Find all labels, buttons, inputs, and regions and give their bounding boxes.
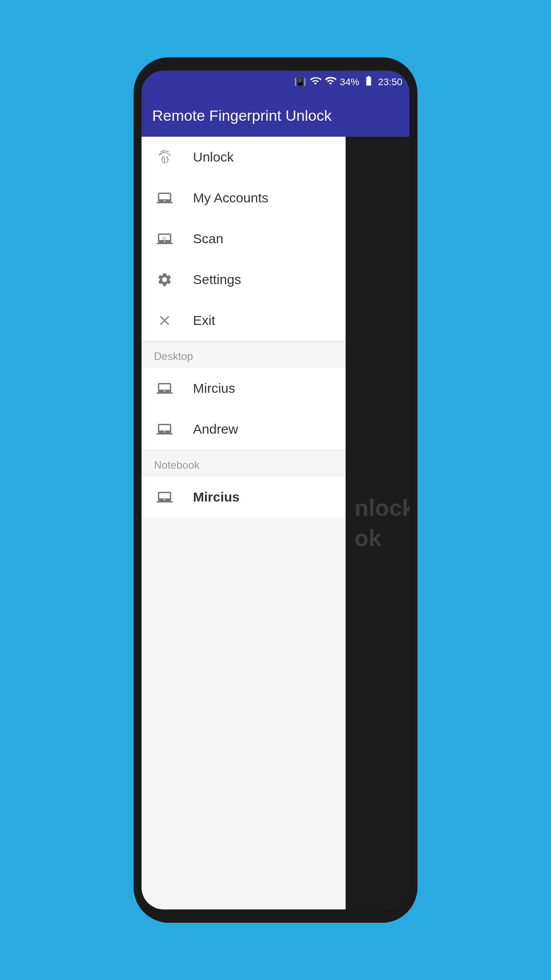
signal-icon xyxy=(325,75,336,89)
laptop-icon-desktop-andrew xyxy=(154,419,175,440)
menu-label-unlock: Unlock xyxy=(193,150,234,165)
section-header-desktop: Desktop xyxy=(142,341,346,368)
scan-icon xyxy=(154,228,175,249)
background-panel: nlockok xyxy=(346,137,409,909)
menu-label-settings: Settings xyxy=(193,272,241,287)
status-bar: 📳 34% xyxy=(142,71,409,94)
phone-screen: 📳 34% xyxy=(142,71,409,909)
navigation-drawer: Unlock My Accounts xyxy=(142,137,346,909)
vibrate-icon: 📳 xyxy=(294,76,306,88)
exit-icon xyxy=(154,310,175,331)
menu-item-desktop-mircius[interactable]: Mircius xyxy=(142,368,346,409)
app-header: Remote Fingerprint Unlock xyxy=(142,94,409,137)
menu-item-exit[interactable]: Exit xyxy=(142,300,346,341)
menu-item-notebook-mircius[interactable]: Mircius xyxy=(142,477,346,518)
battery-icon xyxy=(363,75,374,89)
menu-item-desktop-andrew[interactable]: Andrew xyxy=(142,409,346,450)
menu-label-desktop-mircius: Mircius xyxy=(193,381,235,396)
laptop-icon-accounts xyxy=(154,187,175,209)
menu-label-scan: Scan xyxy=(193,231,223,246)
menu-label-exit: Exit xyxy=(193,313,215,328)
gear-icon xyxy=(154,269,175,290)
menu-item-scan[interactable]: Scan xyxy=(142,218,346,259)
menu-item-unlock[interactable]: Unlock xyxy=(142,137,346,178)
time-display: 23:50 xyxy=(378,76,402,88)
laptop-icon-notebook-mircius xyxy=(154,486,175,508)
menu-label-desktop-andrew: Andrew xyxy=(193,422,238,437)
background-text: nlockok xyxy=(354,493,409,553)
section-header-notebook: Notebook xyxy=(142,450,346,477)
menu-label-notebook-mircius: Mircius xyxy=(193,490,240,505)
wifi-icon xyxy=(310,75,321,89)
content-area: Unlock My Accounts xyxy=(142,137,409,909)
fingerprint-icon xyxy=(154,146,175,168)
status-icons: 📳 34% xyxy=(294,75,402,89)
menu-item-my-accounts[interactable]: My Accounts xyxy=(142,178,346,218)
phone-device: 📳 34% xyxy=(134,57,417,923)
laptop-icon-desktop-mircius xyxy=(154,378,175,399)
app-title: Remote Fingerprint Unlock xyxy=(152,107,399,124)
menu-item-settings[interactable]: Settings xyxy=(142,259,346,300)
battery-text: 34% xyxy=(340,76,359,88)
menu-label-my-accounts: My Accounts xyxy=(193,190,268,205)
